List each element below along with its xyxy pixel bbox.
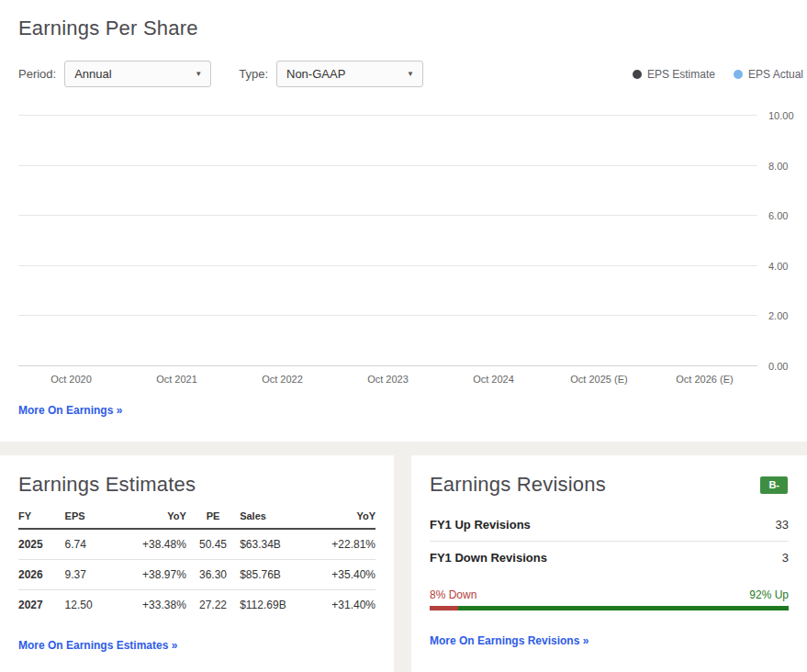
revisions-grade-badge[interactable]: B- [760, 476, 788, 494]
sentiment-labels: 8% Down 92% Up [430, 588, 789, 601]
table-cell: 36.30 [186, 560, 240, 590]
revision-row-value: 3 [782, 551, 789, 565]
table-cell: 2027 [18, 590, 65, 621]
column-header-yoy-2: YoY [111, 510, 186, 529]
chart-controls: Period: Annual ▼ Type: Non-GAAP ▼ EPS Es… [18, 61, 807, 87]
revisions-header: Earnings Revisions B- [430, 473, 789, 497]
earnings-revisions-card: Earnings Revisions B- FY1 Up Revisions33… [411, 455, 807, 672]
table-cell: 27.22 [186, 590, 240, 621]
more-on-earnings-estimates-link[interactable]: More On Earnings Estimates » [18, 639, 177, 652]
revisions-sentiment: 8% Down 92% Up [430, 588, 789, 610]
bottom-panels: Earnings Estimates FYEPSYoYPESalesYoY 20… [0, 455, 807, 672]
table-cell: 9.37 [65, 560, 112, 590]
period-select[interactable]: Annual ▼ [64, 61, 211, 87]
chart-bars [18, 116, 757, 366]
eps-section: Earnings Per Share Period: Annual ▼ Type… [0, 0, 807, 418]
down-percent-label: 8% Down [430, 588, 476, 601]
revisions-title: Earnings Revisions [430, 473, 606, 497]
bar-slot-4 [441, 116, 546, 366]
table-row: 20256.74+38.48%50.45$63.34B+22.81% [18, 529, 375, 560]
y-axis-tick-label: 10.00 [768, 110, 794, 121]
gridline-10 [18, 115, 757, 116]
x-axis-label: Oct 2020 [18, 374, 124, 385]
table-cell: 12.50 [65, 590, 112, 621]
chart-legend: EPS EstimateEPS Actual [633, 68, 803, 81]
more-on-earnings-link[interactable]: More On Earnings » [18, 404, 122, 417]
table-cell: $112.69B [240, 590, 319, 621]
y-axis-tick-label: 0.00 [768, 361, 788, 372]
revision-row-1: FY1 Down Revisions3 [430, 542, 789, 574]
table-cell: +33.38% [111, 590, 186, 621]
up-percent-label: 92% Up [749, 588, 789, 601]
sentiment-bar [430, 606, 789, 610]
x-axis-label: Oct 2024 [441, 374, 546, 385]
legend-item-1[interactable]: EPS Actual [734, 68, 803, 81]
y-axis-tick-label: 2.00 [768, 310, 788, 321]
table-cell: +22.81% [319, 529, 375, 560]
up-bar-segment [458, 606, 789, 610]
table-row: 20269.37+38.97%36.30$85.76B+35.40% [18, 560, 375, 590]
table-cell: +38.48% [111, 529, 186, 560]
gridline-4 [18, 265, 757, 266]
eps-section-title: Earnings Per Share [18, 17, 807, 40]
column-header-fy-0: FY [18, 510, 65, 529]
type-select-value: Non-GAAP [286, 67, 345, 81]
bar-slot-1 [124, 116, 230, 366]
chevron-down-icon: ▼ [407, 70, 414, 78]
panel-gutter [394, 455, 411, 672]
table-cell: 2025 [18, 529, 65, 560]
earnings-dashboard: Earnings Per Share Period: Annual ▼ Type… [0, 0, 807, 672]
bar-slot-0 [18, 116, 124, 366]
x-axis-label: Oct 2026 (E) [652, 374, 757, 385]
table-cell: $85.76B [240, 560, 319, 590]
estimates-table: FYEPSYoYPESalesYoY 20256.74+38.48%50.45$… [18, 510, 375, 620]
period-select-value: Annual [74, 67, 111, 81]
eps-bar-chart: 0.002.004.006.008.0010.00 Oct 2020Oct 20… [18, 116, 757, 385]
gridline-6 [18, 215, 757, 216]
revision-row-label: FY1 Down Revisions [430, 551, 547, 565]
gridline-2 [18, 315, 757, 316]
legend-dot-icon [734, 70, 743, 79]
x-axis-label: Oct 2023 [335, 374, 441, 385]
legend-item-label: EPS Actual [748, 68, 803, 81]
estimates-header-row: FYEPSYoYPESalesYoY [18, 510, 375, 529]
column-header-eps-1: EPS [65, 510, 112, 529]
more-on-earnings-revisions-link[interactable]: More On Earnings Revisions » [430, 634, 588, 647]
column-header-yoy-5: YoY [319, 510, 375, 529]
column-header-sales-4: Sales [240, 510, 319, 529]
legend-item-0[interactable]: EPS Estimate [633, 68, 715, 81]
column-header-pe-3: PE [186, 510, 240, 529]
bar-slot-5 [546, 116, 652, 366]
table-cell: 50.45 [186, 529, 240, 560]
table-row: 202712.50+33.38%27.22$112.69B+31.40% [18, 590, 375, 621]
table-cell: +35.40% [319, 560, 375, 590]
section-divider [0, 442, 807, 455]
gridline-0 [18, 365, 757, 366]
chevron-down-icon: ▼ [195, 70, 202, 78]
y-axis-tick-label: 4.00 [768, 261, 788, 272]
earnings-estimates-card: Earnings Estimates FYEPSYoYPESalesYoY 20… [0, 455, 394, 672]
chart-plot-area: 0.002.004.006.008.0010.00 [18, 116, 757, 366]
table-cell: 6.74 [65, 529, 112, 560]
gridline-8 [18, 165, 757, 166]
revision-row-value: 33 [776, 518, 789, 532]
table-cell: +38.97% [111, 560, 186, 590]
revisions-rows: FY1 Up Revisions33FY1 Down Revisions3 [430, 509, 789, 574]
bar-slot-2 [230, 116, 335, 366]
y-axis-tick-label: 6.00 [768, 210, 788, 221]
type-label: Type: [239, 67, 268, 81]
revision-row-label: FY1 Up Revisions [430, 518, 531, 532]
y-axis-tick-label: 8.00 [768, 161, 788, 172]
x-axis-label: Oct 2025 (E) [546, 374, 652, 385]
estimates-title: Earnings Estimates [18, 473, 375, 497]
bar-slot-3 [335, 116, 441, 366]
table-cell: 2026 [18, 560, 65, 590]
chart-x-axis-labels: Oct 2020Oct 2021Oct 2022Oct 2023Oct 2024… [18, 374, 757, 385]
table-cell: $63.34B [240, 529, 319, 560]
type-select[interactable]: Non-GAAP ▼ [276, 61, 423, 87]
period-label: Period: [18, 67, 56, 81]
legend-item-label: EPS Estimate [647, 68, 715, 81]
down-bar-segment [430, 606, 458, 610]
bar-slot-6 [652, 116, 757, 366]
revision-row-0: FY1 Up Revisions33 [430, 509, 789, 542]
